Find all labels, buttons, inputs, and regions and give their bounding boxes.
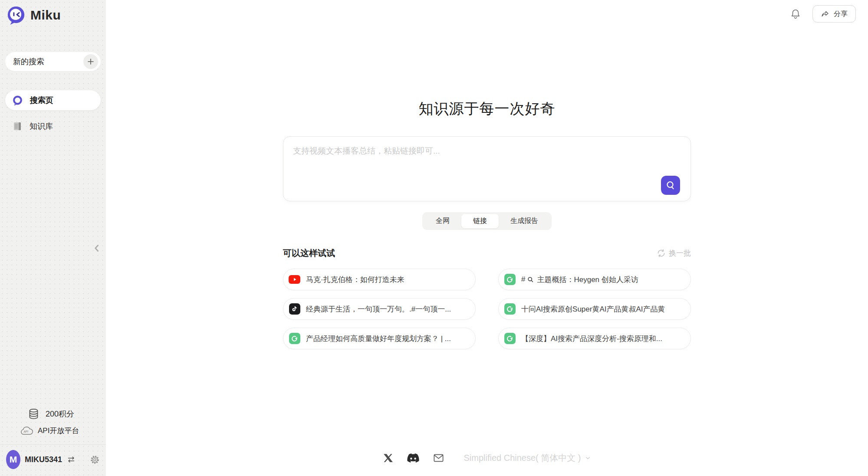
sidebar-item-label: 知识库: [30, 121, 53, 131]
sidebar-collapse-button[interactable]: [89, 240, 104, 257]
new-search-button[interactable]: 新的搜索: [5, 52, 101, 71]
suggestion-chips: 马克·扎克伯格：如何打造未来 # 主题概括：Heygen 创始人采访 经典源于生…: [283, 269, 691, 349]
user-avatar[interactable]: M: [6, 450, 20, 469]
suggestion-chip[interactable]: 十问AI搜索原创Super黄AI产品黄叔AI产品黄: [498, 298, 691, 320]
search-mode-tabs: 全网 链接 生成报告: [283, 212, 691, 230]
swap-arrows-icon[interactable]: [66, 455, 76, 464]
youtube-icon: [289, 274, 300, 286]
sidebar-item-knowledge-base[interactable]: 知识库: [5, 116, 101, 136]
suggestion-chip[interactable]: 产品经理如何高质量做好年度规划方案？ | ...: [283, 328, 476, 349]
app-name: Miku: [30, 8, 61, 23]
search-input[interactable]: [283, 137, 690, 201]
points-button[interactable]: 200积分: [0, 408, 106, 420]
discord-icon[interactable]: [407, 453, 420, 463]
points-label: 200积分: [46, 409, 74, 419]
suggestion-chip[interactable]: 经典源于生活，一句顶一万句。.#一句顶一...: [283, 298, 476, 320]
tab-whole-web[interactable]: 全网: [424, 214, 461, 228]
app-logo[interactable]: Miku: [0, 0, 106, 30]
api-cloud-icon: API: [20, 426, 33, 436]
page-title: 知识源于每一次好奇: [283, 99, 691, 119]
knowledge-base-icon: [12, 121, 23, 131]
user-name: MIKU5341: [25, 455, 62, 464]
api-platform-label: API开放平台: [38, 426, 79, 436]
language-label: Simplified Chinese( 简体中文 ): [464, 452, 581, 464]
wechat-video-icon: [289, 333, 300, 345]
sidebar: Miku 新的搜索 搜索页 知识库: [0, 0, 106, 476]
suggestions-header: 可以这样试试 换一批: [283, 247, 691, 259]
gear-icon[interactable]: [90, 455, 100, 465]
search-card: [283, 136, 691, 201]
sidebar-nav: 搜索页 知识库: [0, 90, 106, 136]
suggestions-heading: 可以这样试试: [283, 247, 335, 259]
suggestion-chip[interactable]: 马克·扎克伯格：如何打造未来: [283, 269, 476, 290]
search-icon: [665, 180, 676, 190]
suggestion-chip[interactable]: 【深度】AI搜索产品深度分析-搜索原理和...: [498, 328, 691, 349]
plus-icon: [83, 54, 98, 69]
coins-icon: [28, 408, 39, 420]
miku-face-logo-icon: [6, 5, 26, 25]
main-content: 知识源于每一次好奇 全网 链接 生成报告 可以这样试试: [106, 0, 868, 476]
svg-text:API: API: [23, 430, 29, 433]
refresh-label: 换一批: [669, 248, 691, 258]
new-search-label: 新的搜索: [13, 56, 44, 67]
x-twitter-icon[interactable]: [383, 453, 394, 463]
tab-links[interactable]: 链接: [461, 214, 499, 228]
user-row: M MIKU5341: [0, 445, 106, 476]
refresh-icon: [657, 249, 666, 258]
douyin-icon: [289, 303, 300, 315]
wechat-video-icon: [504, 333, 516, 345]
language-selector[interactable]: Simplified Chinese( 简体中文 ): [464, 452, 591, 464]
chevron-left-icon: [91, 242, 102, 255]
search-submit-button[interactable]: [661, 176, 680, 195]
chevron-down-icon: [585, 455, 591, 461]
sidebar-item-label: 搜索页: [30, 95, 53, 105]
tab-generate-report[interactable]: 生成报告: [499, 214, 550, 228]
sidebar-item-search-page[interactable]: 搜索页: [5, 90, 101, 110]
suggestion-chip[interactable]: # 主题概括：Heygen 创始人采访: [498, 269, 691, 290]
footer: Simplified Chinese( 简体中文 ): [106, 452, 868, 464]
refresh-suggestions-button[interactable]: 换一批: [657, 248, 691, 258]
search-page-icon: [12, 95, 23, 106]
wechat-video-icon: [504, 303, 516, 315]
avatar-initial: M: [10, 454, 17, 465]
api-platform-button[interactable]: API API开放平台: [0, 426, 106, 436]
mail-icon[interactable]: [433, 452, 444, 464]
sidebar-bottom: 200积分 API API开放平台 M MIKU5341: [0, 408, 106, 476]
magnifier-emoji-icon: [527, 276, 534, 283]
wechat-video-icon: [504, 274, 516, 286]
